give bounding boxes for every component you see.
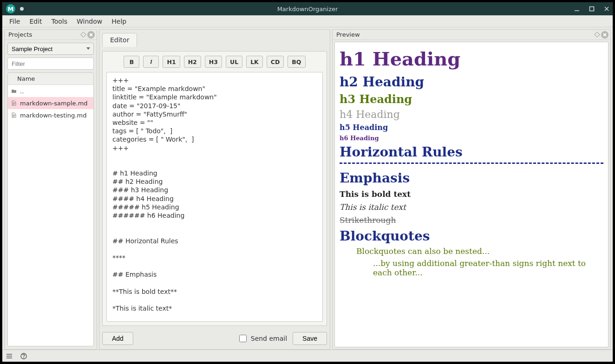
file-icon	[11, 100, 17, 106]
svg-rect-0	[590, 7, 594, 11]
tool-bold[interactable]: B	[124, 56, 139, 68]
tool-blockquote[interactable]: BQ	[288, 56, 305, 68]
preview-emphasis-title: Emphasis	[340, 170, 603, 186]
statusbar	[2, 350, 613, 362]
tool-italic[interactable]: I	[143, 56, 159, 68]
svg-point-1	[7, 354, 7, 355]
file-row-label: ..	[20, 88, 24, 95]
tool-h3[interactable]: H3	[205, 56, 222, 68]
preview-h2: h2 Heading	[340, 74, 603, 90]
file-list-header-name[interactable]: Name	[8, 73, 93, 85]
file-row-label: markdown-sample.md	[20, 100, 88, 107]
window-modified-indicator	[20, 7, 24, 11]
projects-panel-close-icon[interactable]	[87, 31, 95, 39]
tab-editor[interactable]: Editor	[102, 33, 137, 47]
preview-horizontal-rule	[340, 162, 603, 164]
tool-code[interactable]: CD	[267, 56, 284, 68]
filter-input[interactable]	[7, 58, 94, 70]
menu-edit[interactable]: Edit	[25, 16, 46, 26]
svg-point-5	[23, 357, 24, 358]
blockquote-inner-text: ...by using additional greater-than sign…	[373, 259, 586, 277]
preview-bold-text: This is bold text	[340, 189, 603, 199]
app-logo: M	[6, 4, 15, 13]
preview-h1: h1 Heading	[340, 48, 603, 70]
preview-h3: h3 Heading	[340, 92, 603, 106]
svg-point-2	[7, 356, 7, 357]
menubar: File Edit Tools Window Help	[2, 15, 613, 27]
preview-strike-text: Strikethrough	[340, 215, 603, 225]
file-icon	[11, 112, 17, 118]
add-button[interactable]: Add	[102, 332, 133, 345]
preview-h4: h4 Heading	[340, 109, 603, 120]
window-maximize-icon[interactable]	[589, 6, 595, 12]
menu-tools[interactable]: Tools	[47, 16, 72, 26]
tool-h1[interactable]: H1	[163, 56, 180, 68]
tool-h2[interactable]: H2	[184, 56, 201, 68]
help-icon[interactable]	[20, 352, 27, 360]
blockquote-outer-text: Blockquotes can also be nested...	[356, 247, 490, 256]
editor-toolbar: B I H1 H2 H3 UL LK CD BQ	[103, 52, 327, 72]
folder-up-icon	[11, 88, 17, 94]
preview-blockquote-inner: ...by using additional greater-than sign…	[373, 259, 603, 277]
preview-panel-close-icon[interactable]	[601, 31, 608, 39]
file-row-parent[interactable]: ..	[8, 85, 93, 97]
menu-window[interactable]: Window	[72, 16, 106, 26]
preview-hr-title: Horizontal Rules	[340, 144, 603, 160]
preview-blockquote-outer: Blockquotes can also be nested... ...by …	[356, 247, 603, 277]
window-close-icon[interactable]	[603, 6, 610, 12]
send-email-checkbox[interactable]: Send email	[237, 333, 287, 344]
preview-content[interactable]: h1 Heading h2 Heading h3 Heading h4 Head…	[334, 42, 608, 347]
svg-point-3	[7, 358, 7, 358]
file-row[interactable]: markdown-sample.md	[8, 97, 93, 109]
save-button[interactable]: Save	[293, 332, 327, 345]
projects-panel-title: Projects	[8, 31, 32, 38]
panel-float-icon[interactable]	[595, 32, 599, 37]
list-icon[interactable]	[6, 352, 13, 360]
menu-help[interactable]: Help	[107, 16, 131, 26]
window-minimize-icon[interactable]	[574, 6, 580, 12]
preview-h6: h6 Heading	[340, 135, 603, 142]
file-list: Name .. markdown-sample.md markdown-test…	[7, 72, 94, 346]
preview-blockquotes-title: Blockquotes	[340, 228, 603, 244]
menu-file[interactable]: File	[5, 16, 24, 26]
send-email-label: Send email	[251, 335, 287, 342]
preview-panel: Preview h1 Heading h2 Heading h3 Heading…	[332, 29, 611, 350]
tool-ul[interactable]: UL	[226, 56, 242, 68]
preview-italic-text: This is italic text	[340, 202, 603, 212]
window-titlebar: M MarkdownOrganizer	[2, 2, 613, 15]
tool-link[interactable]: LK	[246, 56, 263, 68]
panel-float-icon[interactable]	[81, 32, 85, 37]
preview-panel-title: Preview	[336, 31, 360, 38]
projects-panel: Projects Sample Project Name .	[4, 29, 97, 350]
preview-h5: h5 Heading	[340, 123, 603, 132]
editor-tabbar: Editor	[102, 32, 327, 46]
markdown-textarea[interactable]	[106, 72, 323, 322]
file-row-label: markdown-testing.md	[20, 112, 86, 119]
editor-panel: Editor B I H1 H2 H3 UL LK CD BQ	[99, 29, 330, 350]
window-title: MarkdownOrganizer	[277, 6, 338, 13]
send-email-checkbox-input[interactable]	[239, 335, 247, 342]
project-select[interactable]: Sample Project	[7, 43, 94, 55]
file-row[interactable]: markdown-testing.md	[8, 109, 93, 121]
